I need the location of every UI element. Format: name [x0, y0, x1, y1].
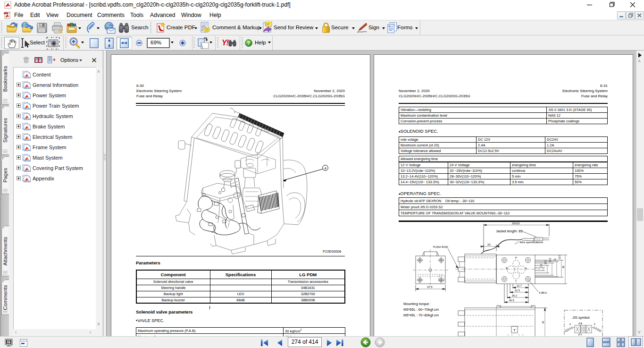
- svg-text:a: a: [569, 323, 571, 325]
- svg-text:b: b: [594, 323, 595, 325]
- svg-text:Wire specifications: Wire specifications: [519, 241, 543, 244]
- svg-text:T: T: [513, 328, 516, 332]
- svg-text:15.6: 15.6: [544, 260, 547, 264]
- svg-text:5.2: 5.2: [540, 263, 543, 267]
- svg-text:JIS symbol: JIS symbol: [572, 315, 590, 320]
- svg-text:4: 4: [324, 166, 326, 170]
- svg-text:Mounting torque :: Mounting torque :: [403, 302, 431, 306]
- svg-text:M5*65L : 60~70kgf.cm: M5*65L : 60~70kgf.cm: [403, 307, 439, 312]
- svg-text:25.8: 25.8: [549, 258, 552, 262]
- svg-text:31: 31: [554, 258, 556, 261]
- svg-text:M5*45L : 70~80kgf.cm: M5*45L : 70~80kgf.cm: [403, 313, 439, 317]
- svg-text:12.7: 12.7: [517, 284, 522, 287]
- svg-text:30.2: 30.2: [512, 294, 517, 297]
- svg-text:49: 49: [542, 321, 544, 323]
- svg-text:?: ?: [247, 40, 251, 46]
- svg-text:37.5: 37.5: [427, 286, 433, 289]
- svg-text:T: T: [515, 280, 517, 283]
- svg-text:32.5: 32.5: [559, 255, 561, 259]
- svg-text:200±10: 200±10: [512, 222, 520, 225]
- svg-text:40.5: 40.5: [509, 299, 514, 302]
- svg-text:A B: A B: [578, 322, 582, 325]
- svg-text:Jacket length: 85: Jacket length: 85: [496, 229, 523, 233]
- svg-text:48: 48: [562, 265, 565, 268]
- svg-text:20: 20: [487, 243, 491, 246]
- svg-text:21.5: 21.5: [515, 289, 520, 292]
- svg-text:4-Ø6.5: 4-Ø6.5: [539, 291, 547, 294]
- svg-text:P: P: [515, 256, 517, 259]
- svg-text:PUSH ROD: PUSH ROD: [433, 246, 448, 248]
